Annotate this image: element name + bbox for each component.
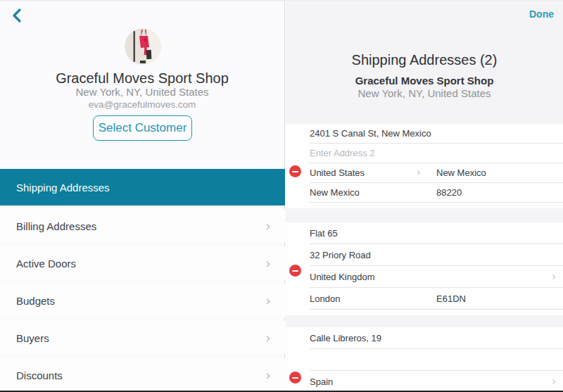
chevron-right-icon: › (265, 219, 271, 233)
minus-icon (292, 270, 298, 272)
customer-panel: Graceful Moves Sport Shop New York, NY, … (0, 0, 285, 392)
minus-icon (292, 171, 298, 172)
state-input[interactable] (436, 167, 563, 178)
address1-input[interactable] (310, 228, 563, 239)
panel-customer-name: Graceful Moves Sport Shop (286, 75, 563, 87)
city-zip-row (310, 288, 563, 310)
country-picker[interactable]: United States › (310, 167, 436, 178)
avatar-image (125, 28, 161, 65)
country-picker[interactable]: Spain › (310, 377, 563, 387)
city-cell (310, 187, 436, 198)
country-state-row: United States › (310, 163, 563, 183)
menu-item-label: Billing Addresses (16, 220, 96, 232)
country-row: United Kingdom › (310, 266, 563, 288)
select-customer-button[interactable]: Select Customer (93, 115, 192, 141)
customer-avatar (125, 28, 161, 65)
chevron-right-icon: › (552, 377, 556, 387)
customer-app: Graceful Moves Sport Shop New York, NY, … (0, 0, 563, 392)
card-gap (286, 315, 563, 327)
address-cards: United States › (286, 124, 563, 392)
state-cell (436, 167, 563, 178)
chevron-right-icon: › (265, 293, 271, 308)
chevron-right-icon: › (265, 256, 271, 270)
card-gap (286, 208, 563, 222)
menu-item-label: Active Doors (16, 258, 76, 270)
address2-input[interactable] (310, 355, 563, 365)
sidebar-item-shipping-addresses[interactable]: Shipping Addresses (0, 169, 285, 206)
country-value: United Kingdom (310, 272, 552, 282)
country-picker[interactable]: United Kingdom › (310, 272, 563, 282)
sidebar-item-budgets[interactable]: Budgets › (0, 284, 285, 317)
address-card: United States › (286, 124, 563, 208)
back-button[interactable] (8, 8, 25, 25)
zip-input[interactable] (436, 187, 563, 198)
chevron-right-icon: › (552, 272, 556, 282)
city-cell (310, 293, 436, 304)
panel-customer-location: New York, NY, United States (286, 87, 563, 99)
country-value: United States (310, 167, 417, 178)
menu-item-label: Shipping Addresses (16, 182, 110, 194)
address1-input[interactable] (310, 128, 563, 139)
zip-cell (436, 187, 563, 198)
remove-address-button[interactable] (289, 265, 301, 277)
zip-cell (436, 293, 563, 304)
address-card: United Kingdom › (286, 222, 563, 315)
city-input[interactable] (310, 187, 436, 198)
panel-title: Shipping Addresses (2) (286, 52, 563, 68)
address2-row (310, 244, 563, 266)
address1-row (310, 124, 563, 144)
zip-input[interactable] (436, 293, 563, 304)
menu-item-label: Buyers (16, 332, 49, 344)
customer-name: Graceful Moves Sport Shop (0, 70, 284, 87)
address1-row (310, 327, 563, 349)
city-input[interactable] (310, 293, 436, 304)
remove-address-button[interactable] (289, 372, 301, 384)
menu-item-label: Discounts (16, 369, 63, 381)
shipping-addresses-panel: Done Shipping Addresses (2) Graceful Mov… (286, 0, 563, 392)
sidebar-item-active-doors[interactable]: Active Doors › (0, 246, 285, 280)
chevron-right-icon: › (417, 167, 421, 178)
address-card: Spain › (286, 327, 563, 392)
country-row: Spain › (310, 371, 563, 392)
customer-email: eva@gracefulmoves.com (0, 99, 284, 110)
address2-input[interactable] (310, 250, 563, 260)
country-value: Spain (310, 377, 552, 387)
sidebar-item-billing-addresses[interactable]: Billing Addresses › (0, 209, 285, 243)
city-zip-row (310, 183, 563, 203)
chevron-right-icon: › (265, 368, 271, 382)
address1-input[interactable] (310, 333, 563, 343)
address1-row (310, 222, 563, 244)
sidebar-item-discounts[interactable]: Discounts › (0, 358, 285, 392)
screen-top-edge (0, 0, 563, 1)
sidebar-item-buyers[interactable]: Buyers › (0, 321, 285, 355)
address2-row (310, 349, 563, 371)
address2-input[interactable] (310, 148, 563, 158)
menu-item-label: Budgets (16, 295, 55, 307)
customer-menu: Shipping Addresses Billing Addresses › A… (0, 169, 285, 392)
minus-icon (292, 377, 298, 379)
customer-location: New York, NY, United States (0, 86, 284, 98)
back-chevron-icon (11, 15, 23, 25)
address2-row (310, 144, 563, 163)
remove-address-button[interactable] (289, 165, 301, 177)
chevron-right-icon: › (265, 331, 271, 345)
done-button[interactable]: Done (529, 8, 554, 20)
